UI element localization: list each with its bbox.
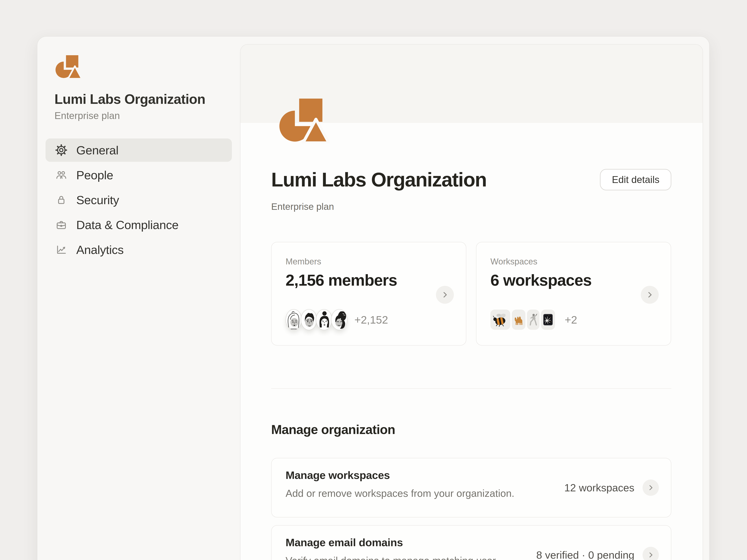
edit-details-button[interactable]: Edit details — [600, 169, 671, 190]
sidebar-item-security[interactable]: Security — [46, 188, 232, 212]
row-title: Manage workspaces — [286, 469, 390, 481]
briefcase-icon — [55, 219, 67, 231]
camel-emoji — [512, 310, 525, 330]
sidebar-item-analytics[interactable]: Analytics — [46, 238, 232, 261]
workspaces-chevron-button[interactable] — [641, 286, 659, 304]
org-logo-large — [277, 99, 330, 143]
members-chevron-button[interactable] — [436, 286, 454, 304]
sidebar-item-label: People — [76, 168, 113, 182]
lock-icon — [55, 194, 67, 206]
row-meta: 8 verified · 0 pending — [536, 549, 634, 560]
sidebar-item-label: Security — [76, 193, 119, 207]
stat-cards: Members 2,156 members — [271, 242, 671, 346]
sidebar-item-label: General — [76, 143, 119, 157]
fireworks-emoji — [541, 310, 555, 330]
members-card[interactable]: Members 2,156 members — [271, 242, 466, 346]
members-card-value: 2,156 members — [286, 271, 397, 289]
people-icon — [55, 169, 67, 181]
sidebar-item-general[interactable]: General — [46, 138, 232, 162]
page-title: Lumi Labs Organization — [271, 168, 487, 191]
bee-emoji — [490, 310, 510, 330]
section-divider — [271, 388, 671, 389]
manage-email-domains-row[interactable]: Manage email domains Verify email domain… — [271, 525, 671, 560]
page-subtitle: Enterprise plan — [271, 201, 334, 212]
sidebar-item-label: Analytics — [76, 243, 124, 257]
manage-email-domains-chevron-button[interactable] — [643, 547, 659, 560]
chevron-right-icon — [645, 291, 654, 299]
fencer-emoji — [527, 310, 539, 330]
org-logo — [54, 55, 82, 79]
sidebar-nav: General People — [46, 138, 232, 263]
main-panel: Lumi Labs Organization Edit details Ente… — [240, 44, 703, 560]
manage-workspaces-row[interactable]: Manage workspaces Add or remove workspac… — [271, 458, 671, 517]
chevron-right-icon — [647, 484, 654, 491]
members-card-label: Members — [286, 257, 321, 266]
avatar-light-hair — [286, 309, 302, 330]
sidebar-org-name: Lumi Labs Organization — [54, 91, 222, 107]
gear-icon — [55, 144, 67, 156]
sidebar-item-people[interactable]: People — [46, 163, 232, 187]
workspaces-card-value: 6 workspaces — [490, 271, 592, 289]
manage-organization-heading: Manage organization — [271, 422, 395, 437]
members-overflow-count: +2,152 — [355, 314, 388, 326]
sidebar-org-plan: Enterprise plan — [54, 110, 120, 121]
row-description: Add or remove workspaces from your organ… — [286, 487, 514, 499]
avatar-dark-short-hair — [301, 309, 317, 330]
row-meta: 12 workspaces — [564, 482, 634, 494]
workspaces-card[interactable]: Workspaces 6 workspaces — [476, 242, 671, 346]
row-title: Manage email domains — [286, 536, 403, 549]
sidebar-item-label: Data & Compliance — [76, 218, 179, 232]
chevron-right-icon — [647, 551, 654, 559]
sidebar: Lumi Labs Organization Enterprise plan G… — [37, 36, 240, 560]
sidebar-item-data-compliance[interactable]: Data & Compliance — [46, 213, 232, 236]
avatar-ponytail — [331, 309, 347, 330]
row-description: Verify email domains to manage matching … — [286, 555, 496, 560]
chevron-right-icon — [441, 291, 449, 299]
chart-line-icon — [55, 244, 67, 256]
manage-workspaces-chevron-button[interactable] — [643, 480, 659, 496]
workspaces-card-label: Workspaces — [490, 257, 537, 266]
workspaces-overflow-count: +2 — [565, 314, 577, 326]
app-window: Lumi Labs Organization Enterprise plan G… — [37, 36, 710, 560]
avatar-bun — [316, 309, 332, 330]
